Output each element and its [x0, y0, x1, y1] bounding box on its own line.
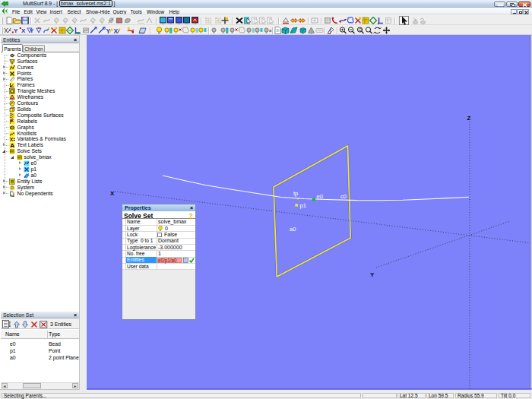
- svg-text:A: A: [10, 142, 14, 148]
- svg-text:Z: Z: [467, 115, 471, 122]
- svg-text:Y: Y: [14, 27, 18, 34]
- svg-text:?: ?: [189, 212, 193, 219]
- svg-text:Y: Y: [370, 271, 375, 278]
- svg-text:tp: tp: [293, 190, 298, 197]
- svg-text:X: X: [21, 27, 26, 34]
- svg-text:e0: e0: [317, 193, 323, 200]
- svg-text:a0: a0: [290, 226, 296, 233]
- svg-text:c0: c0: [340, 193, 347, 200]
- svg-text:Y: Y: [106, 27, 110, 35]
- svg-text:X: X: [114, 27, 119, 35]
- svg-text:Q: Q: [358, 27, 362, 32]
- svg-text:p1: p1: [300, 202, 306, 209]
- svg-text:X=: X=: [10, 137, 15, 142]
- svg-text:X: X: [110, 190, 115, 197]
